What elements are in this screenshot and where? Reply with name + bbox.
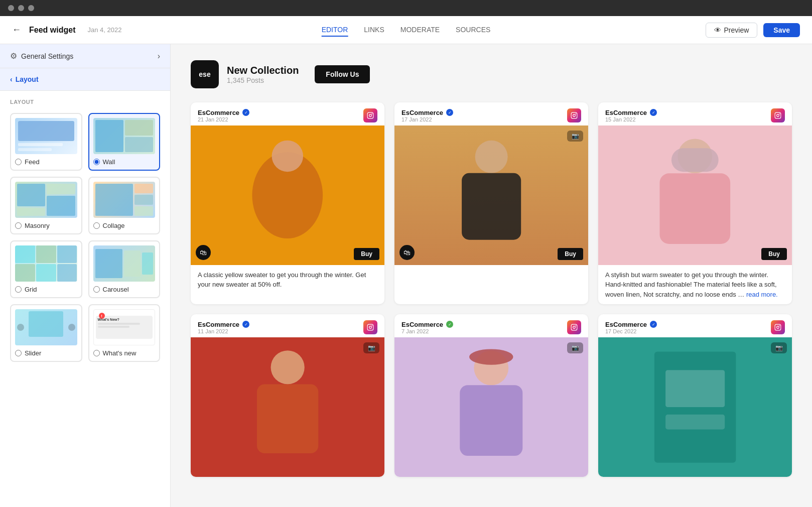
- post-header: EsCommerce ✓ 15 Jan 2022: [598, 102, 792, 125]
- svg-rect-10: [775, 112, 781, 118]
- layout-grid: Feed Wall: [0, 109, 170, 372]
- instagram-icon: [771, 108, 785, 122]
- layout-collage[interactable]: Collage: [88, 177, 161, 234]
- shop-icon: 🛍: [196, 245, 211, 260]
- post-date: 21 Jan 2022: [198, 116, 249, 122]
- post-author: EsCommerce ✓: [198, 321, 249, 328]
- read-more-link[interactable]: read more.: [746, 291, 778, 298]
- instagram-icon: [567, 108, 581, 122]
- nav-links[interactable]: LINKS: [364, 24, 384, 37]
- feed-header: ese New Collection 1,345 Posts Follow Us: [191, 60, 792, 88]
- layout-section-label: ‹ Layout: [10, 75, 39, 83]
- post-card: EsCommerce ✓ 7 Jan 2022: [394, 314, 588, 477]
- gear-icon: ⚙: [10, 51, 17, 61]
- post-card: EsCommerce ✓ 21 Jan 2022: [191, 102, 384, 304]
- layout-collage-label: Collage: [93, 222, 156, 229]
- layout-wall-label: Wall: [93, 158, 156, 166]
- camera-icon: 📷: [567, 342, 583, 353]
- svg-rect-21: [571, 325, 577, 331]
- post-caption: A stylish but warm sweater to get you th…: [598, 265, 792, 305]
- layout-feed-thumb: [15, 118, 77, 154]
- layout-grid-label: Grid: [15, 286, 77, 293]
- titlebar: [0, 0, 812, 16]
- post-author-name: EsCommerce: [198, 109, 239, 116]
- nav-editor[interactable]: EDITOR: [322, 24, 348, 37]
- svg-point-6: [573, 114, 576, 117]
- layout-slider-radio[interactable]: [15, 350, 22, 356]
- post-image-wrapper: 📷: [191, 337, 384, 477]
- post-image-wrapper: Buy: [598, 125, 792, 265]
- post-card: EsCommerce ✓ 17 Jan 2022: [394, 102, 588, 304]
- layout-feed[interactable]: Feed: [10, 113, 82, 171]
- post-author-block: EsCommerce ✓ 15 Jan 2022: [605, 109, 657, 122]
- save-button[interactable]: Save: [763, 23, 800, 37]
- svg-point-4: [272, 141, 304, 172]
- layout-slider[interactable]: Slider: [10, 304, 82, 362]
- layout-whatsnew-radio[interactable]: [93, 350, 100, 356]
- layout-collage-radio[interactable]: [93, 222, 100, 229]
- post-header: EsCommerce ✓ 11 Jan 2022: [191, 314, 384, 337]
- layout-whatsnew-thumb: ! What's New?: [93, 309, 156, 345]
- layout-carousel-radio[interactable]: [93, 286, 100, 293]
- instagram-icon: [771, 320, 785, 334]
- post-author-block: EsCommerce ✓ 17 Dec 2022: [605, 321, 657, 334]
- svg-rect-27: [775, 325, 781, 331]
- general-settings-left: ⚙ General Settings: [10, 51, 73, 61]
- layout-masonry[interactable]: Masonry: [10, 177, 82, 234]
- general-settings-section[interactable]: ⚙ General Settings ›: [0, 44, 170, 68]
- svg-point-25: [469, 349, 513, 365]
- post-header: EsCommerce ✓ 17 Dec 2022: [598, 314, 792, 337]
- post-card: EsCommerce ✓ 17 Dec 2022: [598, 314, 792, 477]
- svg-point-7: [575, 113, 576, 114]
- main-layout: ⚙ General Settings › ‹ Layout LAYOUT: [0, 44, 812, 507]
- back-button[interactable]: ←: [12, 25, 21, 35]
- post-date: 17 Jan 2022: [401, 116, 453, 122]
- verified-badge: ✓: [650, 109, 657, 116]
- camera-icon: 📷: [771, 342, 787, 353]
- titlebar-dot-1: [8, 5, 14, 11]
- follow-button[interactable]: Follow Us: [315, 65, 370, 83]
- post-image-wrapper: 🛍 Buy: [191, 125, 384, 265]
- layout-grid-thumb: [15, 245, 77, 282]
- post-card: EsCommerce ✓ 15 Jan 2022: [598, 102, 792, 304]
- preview-button[interactable]: 👁 Preview: [706, 23, 758, 38]
- svg-point-28: [777, 326, 779, 329]
- layout-whatsnew[interactable]: ! What's New? What's new: [88, 304, 161, 362]
- post-author-block: EsCommerce ✓ 11 Jan 2022: [198, 321, 249, 334]
- post-image-wrapper: 📷: [394, 337, 588, 477]
- svg-rect-31: [665, 370, 725, 408]
- layout-masonry-radio[interactable]: [15, 222, 22, 229]
- camera-icon: 📷: [567, 131, 583, 142]
- eye-icon: 👁: [714, 26, 721, 34]
- post-date: 17 Dec 2022: [605, 328, 657, 334]
- layout-wall-radio[interactable]: [93, 159, 100, 165]
- post-author: EsCommerce ✓: [401, 109, 453, 116]
- layout-grid[interactable]: Grid: [10, 240, 82, 298]
- verified-badge: ✓: [446, 109, 453, 116]
- layout-grid-radio[interactable]: [15, 286, 22, 293]
- buy-button[interactable]: Buy: [761, 248, 787, 260]
- post-author-name: EsCommerce: [198, 321, 239, 328]
- svg-rect-14: [660, 173, 731, 244]
- buy-button[interactable]: Buy: [558, 248, 583, 260]
- instagram-icon: [567, 320, 581, 334]
- layout-wall[interactable]: Wall: [88, 113, 161, 171]
- svg-rect-5: [571, 112, 577, 118]
- layout-wall-thumb: [93, 118, 156, 154]
- layout-slider-thumb: [15, 309, 77, 345]
- post-author-name: EsCommerce: [401, 321, 443, 328]
- svg-rect-15: [671, 148, 719, 172]
- post-header: EsCommerce ✓ 17 Jan 2022: [394, 102, 588, 125]
- svg-point-22: [573, 326, 576, 329]
- layout-section[interactable]: ‹ Layout: [0, 68, 170, 91]
- post-author-block: EsCommerce ✓ 21 Jan 2022: [198, 109, 249, 122]
- feed-title: New Collection: [227, 65, 299, 76]
- buy-button[interactable]: Buy: [354, 248, 379, 260]
- svg-point-11: [777, 114, 779, 117]
- svg-point-8: [475, 141, 508, 173]
- layout-feed-radio[interactable]: [15, 159, 22, 165]
- verified-badge: ✓: [242, 321, 249, 328]
- nav-sources[interactable]: SOURCES: [456, 24, 490, 37]
- layout-carousel[interactable]: Carousel: [88, 240, 161, 298]
- nav-moderate[interactable]: MODERATE: [400, 24, 440, 37]
